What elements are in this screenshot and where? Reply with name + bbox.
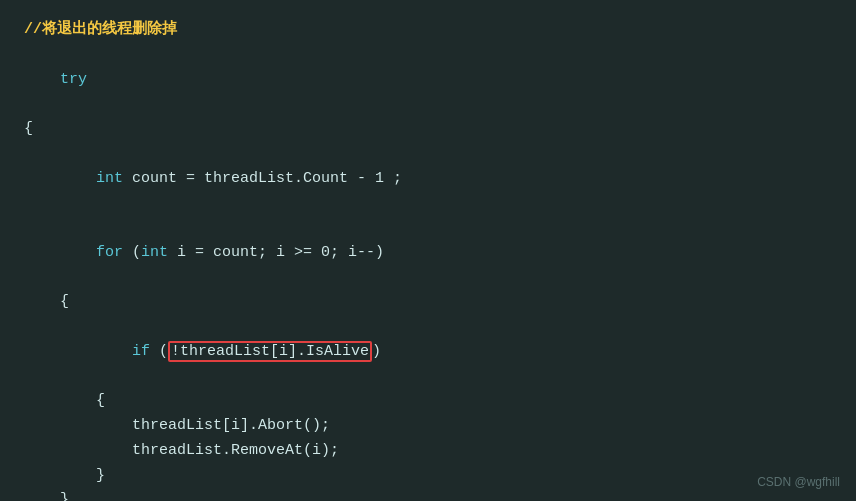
for-rest: i = count; i >= 0; i--)	[168, 244, 384, 261]
indent-1	[60, 170, 96, 187]
int-keyword-2: int	[141, 244, 168, 261]
code-container: //将退出的线程删除掉 try { int count = threadList…	[0, 0, 856, 501]
try-keyword: try	[60, 71, 87, 88]
thread-condition: threadList[i].IsAlive	[180, 343, 369, 360]
highlight-condition: !threadList[i].IsAlive	[168, 341, 372, 362]
open-brace-3: {	[24, 389, 832, 414]
for-params: (	[123, 244, 141, 261]
watermark: CSDN @wgfhill	[757, 475, 840, 489]
if-line: if (!threadList[i].IsAlive)	[24, 315, 832, 389]
try-keyword-line: try	[24, 43, 832, 117]
exclamation: !	[171, 343, 180, 360]
count-assignment: count = threadList.Count - 1 ;	[123, 170, 402, 187]
close-brace-2: }	[24, 488, 832, 501]
for-line: for (int i = count; i >= 0; i--)	[24, 216, 832, 290]
if-paren-close: )	[372, 343, 381, 360]
indent-3	[60, 343, 132, 360]
int-keyword: int	[96, 170, 123, 187]
abort-line: threadList[i].Abort();	[24, 414, 832, 439]
remove-line: threadList.RemoveAt(i);	[24, 439, 832, 464]
open-brace-2: {	[24, 290, 832, 315]
if-paren-open: (	[150, 343, 168, 360]
if-keyword: if	[132, 343, 150, 360]
indent-2	[60, 244, 96, 261]
close-brace-3: }	[24, 464, 832, 489]
int-line: int count = threadList.Count - 1 ;	[24, 142, 832, 216]
open-brace-1: {	[24, 117, 832, 142]
for-keyword: for	[96, 244, 123, 261]
comment-line: //将退出的线程删除掉	[24, 18, 832, 43]
